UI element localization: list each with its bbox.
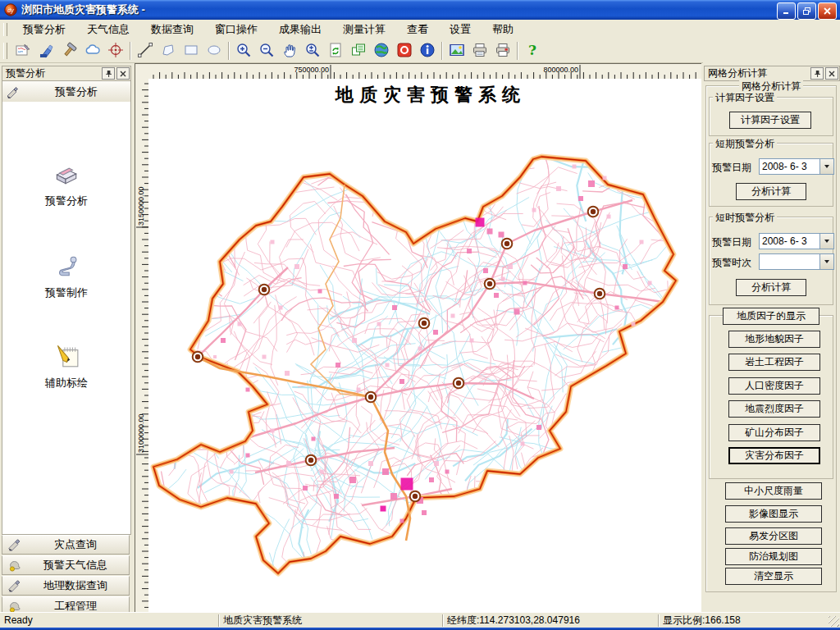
image-view-button[interactable] bbox=[446, 40, 468, 62]
print-setup-icon bbox=[495, 42, 511, 61]
hazard-patch bbox=[294, 264, 299, 269]
menu-item-3[interactable]: 数据查询 bbox=[140, 20, 204, 39]
weather-cloud-button[interactable] bbox=[82, 40, 103, 62]
short-term-analyze-button[interactable]: 分析计算 bbox=[736, 183, 806, 200]
locate-crosshair-button[interactable] bbox=[105, 40, 126, 62]
menu-item-7[interactable]: 查看 bbox=[396, 20, 439, 39]
right-panel-title: 网格分析计算 bbox=[708, 66, 767, 80]
title-bar: dy 浏阳市地质灾害预警系统 - bbox=[0, 0, 840, 20]
menu-item-5[interactable]: 成果输出 bbox=[268, 20, 332, 39]
rectangle-tool-button[interactable] bbox=[180, 40, 202, 62]
zoom-in-button[interactable] bbox=[233, 40, 254, 62]
help-button[interactable]: ? bbox=[522, 40, 543, 62]
polygon-tool-button[interactable] bbox=[158, 40, 179, 62]
map-canvas[interactable]: 地质灾害预警系统 bbox=[148, 79, 701, 612]
extra-button-2[interactable]: 影像图显示 bbox=[725, 505, 822, 523]
short-term-group-label: 短期预警分析 bbox=[713, 137, 777, 151]
factor-settings-button[interactable]: 计算因子设置 bbox=[729, 112, 811, 129]
toolbar-grip[interactable] bbox=[3, 43, 7, 59]
copy-layers-button[interactable] bbox=[348, 40, 369, 62]
hammer-button[interactable] bbox=[59, 40, 80, 62]
nowcast-date-label: 预警日期 bbox=[712, 235, 751, 249]
left-panel-pin-button[interactable] bbox=[102, 67, 115, 80]
svg-text:3150000.00: 3150000.00 bbox=[137, 186, 145, 226]
left-panel-item-2[interactable]: 预警制作 bbox=[2, 251, 130, 300]
stop-button[interactable] bbox=[394, 40, 415, 62]
plot-brush-button[interactable] bbox=[36, 40, 57, 62]
extra-button-5[interactable]: 清空显示 bbox=[725, 568, 822, 585]
resize-grip[interactable] bbox=[829, 616, 839, 627]
geo-factor-display-button[interactable]: 地质因子的显示 bbox=[723, 308, 819, 325]
hazard-patch bbox=[357, 388, 361, 392]
left-panel-body: 预警分析预警制作辅助标绘 bbox=[2, 102, 131, 535]
town-marker bbox=[306, 455, 317, 466]
hazard-patch bbox=[271, 240, 275, 244]
restore-button[interactable] bbox=[797, 2, 816, 20]
factor-button-6[interactable]: 灾害分布因子 bbox=[728, 447, 820, 464]
hazard-patch bbox=[536, 425, 541, 430]
factor-button-1[interactable]: 地形地貌因子 bbox=[728, 331, 820, 348]
warning-analysis-button[interactable] bbox=[13, 40, 34, 62]
hazard-patch bbox=[483, 268, 488, 273]
hazard-patch bbox=[238, 322, 242, 326]
left-panel-item-1[interactable]: 预警分析 bbox=[2, 159, 130, 208]
zoom-out-button[interactable] bbox=[256, 40, 277, 62]
right-panel-close-button[interactable] bbox=[825, 67, 838, 80]
menu-item-2[interactable]: 天气信息 bbox=[76, 20, 140, 39]
refresh-view-icon bbox=[327, 42, 344, 61]
left-panel-bar-1[interactable]: 灾点查询 bbox=[2, 535, 130, 555]
nowcast-time-combo[interactable] bbox=[759, 253, 834, 270]
hazard-patch bbox=[386, 363, 390, 368]
ellipse-tool-icon bbox=[206, 42, 222, 61]
hazard-patch bbox=[377, 322, 381, 326]
minimize-button[interactable] bbox=[777, 2, 796, 20]
left-panel-titlebar: 预警分析 bbox=[2, 66, 131, 81]
globe-button[interactable] bbox=[371, 40, 392, 62]
town-marker bbox=[502, 239, 513, 249]
hazard-patch bbox=[422, 510, 427, 515]
hazard-patch bbox=[573, 165, 577, 169]
left-panel-item-3[interactable]: 辅助标绘 bbox=[2, 341, 130, 390]
extra-button-4[interactable]: 防治规划图 bbox=[725, 548, 822, 565]
extra-button-3[interactable]: 易发分区图 bbox=[725, 527, 822, 545]
pen-icon bbox=[7, 578, 22, 593]
hazard-patch bbox=[499, 232, 504, 238]
nowcast-date-combo[interactable]: 2008- 6- 3 bbox=[759, 233, 834, 249]
menu-item-4[interactable]: 窗口操作 bbox=[204, 20, 268, 39]
factor-button-5[interactable]: 矿山分布因子 bbox=[728, 424, 820, 441]
right-panel-pin-button[interactable] bbox=[810, 67, 824, 80]
menu-grip[interactable] bbox=[3, 23, 7, 37]
draw-pad-icon bbox=[52, 341, 81, 371]
factor-button-2[interactable]: 岩土工程因子 bbox=[728, 354, 820, 371]
print-button[interactable] bbox=[469, 40, 491, 62]
close-button[interactable] bbox=[818, 2, 837, 20]
info-button[interactable] bbox=[417, 40, 438, 62]
pan-hand-button[interactable] bbox=[279, 40, 300, 62]
stop-icon bbox=[396, 42, 413, 61]
menu-item-6[interactable]: 测量计算 bbox=[332, 20, 396, 39]
extra-button-1[interactable]: 中小尺度雨量 bbox=[725, 482, 822, 500]
factor-button-3[interactable]: 人口密度因子 bbox=[728, 377, 820, 395]
left-panel-close-button[interactable] bbox=[116, 67, 130, 80]
refresh-view-button[interactable] bbox=[325, 40, 346, 62]
nowcast-analyze-button[interactable]: 分析计算 bbox=[736, 279, 806, 296]
rectangle-tool-icon bbox=[183, 42, 199, 61]
line-tool-button[interactable] bbox=[135, 40, 156, 62]
chevron-down-icon[interactable] bbox=[819, 254, 833, 269]
zoom-window-button[interactable] bbox=[302, 40, 323, 62]
menu-item-8[interactable]: 设置 bbox=[439, 20, 482, 39]
chevron-down-icon[interactable] bbox=[819, 159, 833, 174]
toolbar-separator bbox=[441, 42, 443, 60]
factor-button-4[interactable]: 地震烈度因子 bbox=[728, 400, 820, 418]
menu-item-1[interactable]: 预警分析 bbox=[12, 20, 76, 39]
left-panel-bar-2[interactable]: 预警天气信息 bbox=[2, 555, 130, 575]
chevron-down-icon[interactable] bbox=[819, 234, 833, 249]
hazard-patch bbox=[508, 264, 513, 269]
menu-item-9[interactable]: 帮助 bbox=[482, 20, 524, 39]
short-term-date-combo[interactable]: 2008- 6- 3 bbox=[759, 158, 834, 175]
ellipse-tool-button[interactable] bbox=[203, 40, 225, 62]
hazard-patch bbox=[521, 442, 525, 446]
hazard-patch bbox=[221, 338, 226, 343]
print-setup-button[interactable] bbox=[492, 40, 514, 62]
left-panel-bar-3[interactable]: 地理数据查询 bbox=[2, 576, 130, 596]
